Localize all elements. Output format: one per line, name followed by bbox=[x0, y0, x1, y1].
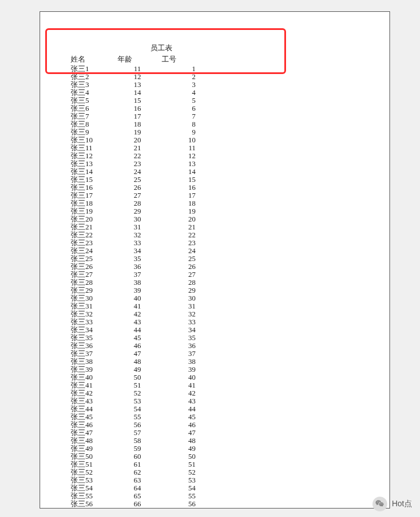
print-page: 员工表 姓名 年龄 工号 张三1111张三2122张三3133张三4144张三5… bbox=[40, 11, 390, 509]
table-row: 张三223222 bbox=[68, 231, 198, 239]
cell-age: 48 bbox=[115, 358, 159, 366]
table-row: 张三516151 bbox=[68, 460, 198, 468]
cell-name: 张三6 bbox=[68, 105, 115, 112]
cell-name: 张三38 bbox=[68, 358, 115, 366]
cell-name: 张三52 bbox=[68, 468, 115, 476]
cell-empno: 35 bbox=[159, 334, 198, 342]
cell-name: 张三33 bbox=[68, 318, 115, 326]
cell-name: 张三22 bbox=[68, 231, 115, 239]
cell-empno: 51 bbox=[159, 460, 198, 468]
table-row: 张三263626 bbox=[68, 263, 198, 271]
table-row: 张三455545 bbox=[68, 413, 198, 421]
cell-age: 51 bbox=[115, 381, 159, 389]
cell-age: 54 bbox=[115, 405, 159, 413]
table-row: 张三273727 bbox=[68, 271, 198, 279]
cell-empno: 30 bbox=[159, 294, 198, 302]
cell-empno: 55 bbox=[159, 492, 198, 500]
cell-age: 19 bbox=[115, 128, 159, 136]
table-row: 张三405040 bbox=[68, 373, 198, 381]
cell-name: 张三39 bbox=[68, 366, 115, 373]
cell-empno: 6 bbox=[159, 105, 198, 112]
table-row: 张三132313 bbox=[68, 160, 198, 168]
cell-age: 62 bbox=[115, 468, 159, 476]
cell-name: 张三32 bbox=[68, 310, 115, 318]
cell-age: 63 bbox=[115, 476, 159, 484]
cell-name: 张三53 bbox=[68, 476, 115, 484]
cell-empno: 11 bbox=[159, 144, 198, 152]
table-row: 张三293929 bbox=[68, 286, 198, 294]
table-row: 张三536353 bbox=[68, 476, 198, 484]
table-row: 张三506050 bbox=[68, 453, 198, 460]
cell-name: 张三56 bbox=[68, 500, 115, 508]
cell-name: 张三43 bbox=[68, 397, 115, 405]
cell-age: 45 bbox=[115, 334, 159, 342]
table-row: 张三384838 bbox=[68, 358, 198, 366]
cell-empno: 34 bbox=[159, 326, 198, 334]
cell-name: 张三14 bbox=[68, 168, 115, 176]
cell-empno: 41 bbox=[159, 381, 198, 389]
cell-empno: 10 bbox=[159, 136, 198, 144]
cell-age: 65 bbox=[115, 492, 159, 500]
cell-empno: 13 bbox=[159, 160, 198, 168]
cell-name: 张三7 bbox=[68, 112, 115, 120]
cell-empno: 16 bbox=[159, 184, 198, 192]
cell-name: 张三12 bbox=[68, 152, 115, 160]
col-header-age: 年龄 bbox=[115, 54, 159, 65]
cell-age: 18 bbox=[115, 120, 159, 128]
cell-empno: 4 bbox=[159, 89, 198, 97]
cell-name: 张三35 bbox=[68, 334, 115, 342]
cell-age: 29 bbox=[115, 207, 159, 215]
table-row: 张三233323 bbox=[68, 239, 198, 247]
cell-name: 张三31 bbox=[68, 302, 115, 310]
cell-age: 14 bbox=[115, 89, 159, 97]
table-row: 张三415141 bbox=[68, 381, 198, 389]
cell-age: 22 bbox=[115, 152, 159, 160]
cell-name: 张三8 bbox=[68, 120, 115, 128]
cell-name: 张三49 bbox=[68, 445, 115, 453]
cell-empno: 2 bbox=[159, 73, 198, 81]
cell-age: 32 bbox=[115, 231, 159, 239]
cell-name: 张三16 bbox=[68, 184, 115, 192]
cell-name: 张三9 bbox=[68, 128, 115, 136]
cell-age: 24 bbox=[115, 168, 159, 176]
cell-name: 张三2 bbox=[68, 73, 115, 81]
cell-name: 张三42 bbox=[68, 389, 115, 397]
table-row: 张三314131 bbox=[68, 302, 198, 310]
cell-empno: 52 bbox=[159, 468, 198, 476]
cell-age: 59 bbox=[115, 445, 159, 453]
cell-age: 56 bbox=[115, 421, 159, 429]
table-row: 张三203020 bbox=[68, 215, 198, 223]
table-row: 张三182818 bbox=[68, 199, 198, 207]
table-row: 张三122212 bbox=[68, 152, 198, 160]
cell-empno: 22 bbox=[159, 231, 198, 239]
table-row: 张三394939 bbox=[68, 366, 198, 373]
table-row: 张三152515 bbox=[68, 176, 198, 184]
cell-name: 张三1 bbox=[68, 65, 115, 73]
table-row: 张三304030 bbox=[68, 294, 198, 302]
cell-age: 55 bbox=[115, 413, 159, 421]
cell-age: 52 bbox=[115, 389, 159, 397]
cell-age: 57 bbox=[115, 429, 159, 437]
table-body: 张三1111张三2122张三3133张三4144张三5155张三6166张三71… bbox=[68, 65, 198, 508]
cell-empno: 44 bbox=[159, 405, 198, 413]
table-row: 张三5155 bbox=[68, 97, 198, 105]
cell-name: 张三44 bbox=[68, 405, 115, 413]
cell-empno: 40 bbox=[159, 373, 198, 381]
table-row: 张三243424 bbox=[68, 247, 198, 255]
cell-age: 27 bbox=[115, 192, 159, 199]
table-row: 张三253525 bbox=[68, 255, 198, 263]
cell-age: 25 bbox=[115, 176, 159, 184]
cell-name: 张三27 bbox=[68, 271, 115, 279]
cell-age: 13 bbox=[115, 81, 159, 89]
cell-empno: 27 bbox=[159, 271, 198, 279]
cell-name: 张三24 bbox=[68, 247, 115, 255]
cell-age: 20 bbox=[115, 136, 159, 144]
cell-name: 张三40 bbox=[68, 373, 115, 381]
cell-age: 16 bbox=[115, 105, 159, 112]
table-row: 张三334333 bbox=[68, 318, 198, 326]
cell-age: 44 bbox=[115, 326, 159, 334]
table-row: 张三162616 bbox=[68, 184, 198, 192]
table-row: 张三3133 bbox=[68, 81, 198, 89]
cell-empno: 54 bbox=[159, 484, 198, 492]
cell-name: 张三48 bbox=[68, 437, 115, 445]
